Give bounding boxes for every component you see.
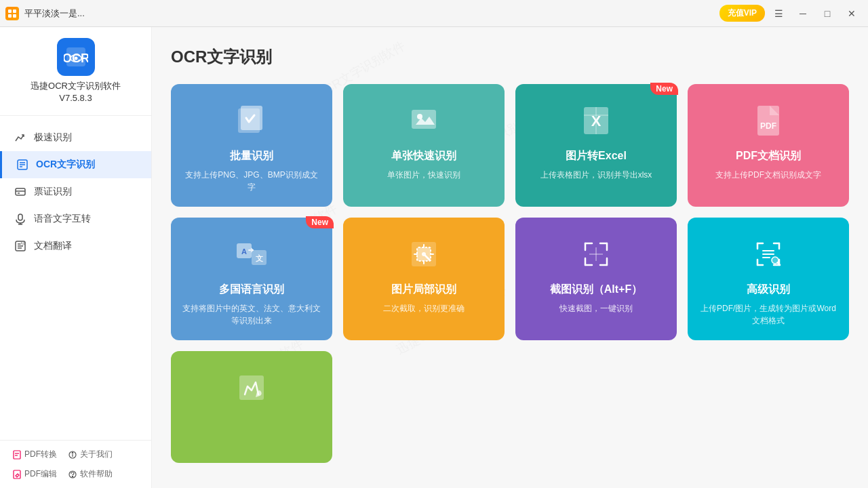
pdf-icon: PDF <box>748 100 789 141</box>
app-icon <box>5 7 19 20</box>
card-icon <box>14 185 27 199</box>
svg-text:A文: A文 <box>20 241 26 245</box>
footer-help[interactable]: 软件帮助 <box>64 466 117 483</box>
handwrite-icon <box>231 367 272 408</box>
svg-text:A: A <box>241 247 247 256</box>
main-content: 迅捷OCR文字识别软件 迅捷OCR文字识别软件 迅捷OCR文字识别软件 迅捷OC… <box>152 27 868 488</box>
sidebar-item-quick-label: 极速识别 <box>34 131 72 144</box>
svg-point-31 <box>72 476 73 476</box>
footer-about[interactable]: 关于我们 <box>64 446 117 463</box>
card-pdf[interactable]: PDF PDF文档识别 支持上传PDF文档识别成文字 <box>688 84 849 207</box>
card-excel-title: 图片转Excel <box>566 149 627 163</box>
close-button[interactable]: ✕ <box>841 4 863 23</box>
sidebar-item-translate[interactable]: A文 文档翻译 <box>0 232 151 260</box>
titlebar-left: 平平淡淡一是... <box>5 7 85 20</box>
card-excel[interactable]: New X 图片转Excel 上传表格图片，识别并导出xlsx <box>515 84 677 207</box>
svg-rect-1 <box>13 9 16 13</box>
maximize-button[interactable]: □ <box>816 4 838 23</box>
svg-point-7 <box>74 57 77 60</box>
sidebar-item-quick[interactable]: 极速识别 <box>0 124 151 151</box>
sidebar-nav: 极速识别 OCR文字识别 <box>0 121 151 440</box>
titlebar-title: 平平淡淡一是... <box>24 7 85 20</box>
advanced-icon <box>748 234 789 274</box>
card-multilang-desc: 支持将图片中的英文、法文、意大利文等识别出来 <box>182 302 321 327</box>
svg-rect-40 <box>757 106 779 136</box>
badge-new-multilang: New <box>306 216 334 228</box>
svg-rect-3 <box>13 14 16 18</box>
batch-icon <box>231 100 272 141</box>
sidebar-item-ocr[interactable]: OCR文字识别 <box>0 151 151 178</box>
sidebar-item-voice[interactable]: 语音文字互转 <box>0 205 151 232</box>
partial-icon <box>403 234 444 274</box>
app-body: OCR 迅捷OCR文字识别软件V7.5.8.3 极速识别 <box>0 27 868 488</box>
svg-point-28 <box>72 452 73 453</box>
svg-text:PDF: PDF <box>760 121 776 131</box>
svg-rect-78 <box>239 375 264 400</box>
sidebar-footer: PDF转换 关于我们 PDF编辑 <box>0 440 151 488</box>
card-screenshot[interactable]: 截图识别（Alt+F） 快速截图，一键识别 <box>515 218 677 340</box>
card-advanced[interactable]: 高级识别 上传PDF/图片，生成转为图片或Word文档格式 <box>688 218 849 340</box>
card-screenshot-desc: 快速截图，一键识别 <box>559 302 633 314</box>
svg-rect-12 <box>16 188 25 195</box>
quick-icon <box>14 131 27 144</box>
sidebar-logo-title: 迅捷OCR文字识别软件V7.5.8.3 <box>31 80 121 104</box>
ocr-icon <box>16 158 29 171</box>
card-single-desc: 单张图片，快速识别 <box>387 169 460 181</box>
card-batch[interactable]: 批量识别 支持上传PNG、JPG、BMP识别成文字 <box>171 84 332 207</box>
sidebar-item-voice-label: 语音文字互转 <box>34 213 91 225</box>
titlebar: 平平淡淡一是... 充值VIP ☰ ─ □ ✕ <box>0 0 868 27</box>
card-pdf-title: PDF文档识别 <box>736 149 801 163</box>
sidebar-item-translate-label: 文档翻译 <box>34 240 72 252</box>
vip-button[interactable]: 充值VIP <box>719 5 765 22</box>
sidebar: OCR 迅捷OCR文字识别软件V7.5.8.3 极速识别 <box>0 27 152 488</box>
card-multilang[interactable]: New A 文 多国语言识别 支持将图片中的英文、法文、意大利文等识别出来 <box>171 218 332 340</box>
screenshot-icon <box>576 234 616 274</box>
titlebar-right: 充值VIP ☰ ─ □ ✕ <box>719 4 863 23</box>
card-partial-title: 图片局部识别 <box>391 283 456 297</box>
svg-rect-2 <box>8 14 12 18</box>
svg-rect-0 <box>8 9 12 13</box>
card-screenshot-title: 截图识别（Alt+F） <box>550 283 642 297</box>
footer-pdf-edit[interactable]: PDF编辑 <box>8 466 61 483</box>
footer-pdf-convert[interactable]: PDF转换 <box>8 446 61 463</box>
svg-text:文: 文 <box>256 254 263 262</box>
card-batch-desc: 支持上传PNG、JPG、BMP识别成文字 <box>182 169 321 193</box>
card-single[interactable]: 单张快速识别 单张图片，快速识别 <box>343 84 505 207</box>
card-advanced-desc: 上传PDF/图片，生成转为图片或Word文档格式 <box>698 302 838 327</box>
svg-rect-15 <box>18 214 22 220</box>
card-batch-title: 批量识别 <box>230 149 273 163</box>
svg-rect-34 <box>412 110 436 129</box>
translate-icon: A文 <box>14 239 27 253</box>
voice-icon <box>14 212 27 226</box>
excel-icon: X <box>576 100 616 141</box>
sidebar-item-card[interactable]: 票证识别 <box>0 178 151 205</box>
card-single-title: 单张快速识别 <box>391 149 456 163</box>
badge-new-excel: New <box>650 83 678 95</box>
card-advanced-title: 高级识别 <box>747 283 790 297</box>
card-partial-desc: 二次截取，识别更准确 <box>383 302 465 314</box>
page-title: OCR文字识别 <box>171 46 849 68</box>
multilang-icon: A 文 <box>231 234 272 274</box>
single-icon <box>403 100 444 141</box>
sidebar-item-ocr-label: OCR文字识别 <box>36 159 95 171</box>
menu-button[interactable]: ☰ <box>768 4 789 23</box>
sidebar-logo: OCR 迅捷OCR文字识别软件V7.5.8.3 <box>0 38 151 116</box>
minimize-button[interactable]: ─ <box>792 4 814 23</box>
card-excel-desc: 上传表格图片，识别并导出xlsx <box>540 169 652 181</box>
card-partial[interactable]: 图片局部识别 二次截取，识别更准确 <box>343 218 505 340</box>
card-multilang-title: 多国语言识别 <box>219 283 284 297</box>
svg-point-35 <box>417 114 422 119</box>
sidebar-logo-icon: OCR <box>57 38 95 76</box>
card-handwrite[interactable] <box>171 351 332 463</box>
sidebar-item-card-label: 票证识别 <box>34 186 72 198</box>
svg-rect-23 <box>14 451 20 459</box>
cards-grid: 批量识别 支持上传PNG、JPG、BMP识别成文字 单张快速识别 单张图片，快速… <box>171 84 849 463</box>
card-pdf-desc: 支持上传PDF文档识别成文字 <box>715 169 821 181</box>
